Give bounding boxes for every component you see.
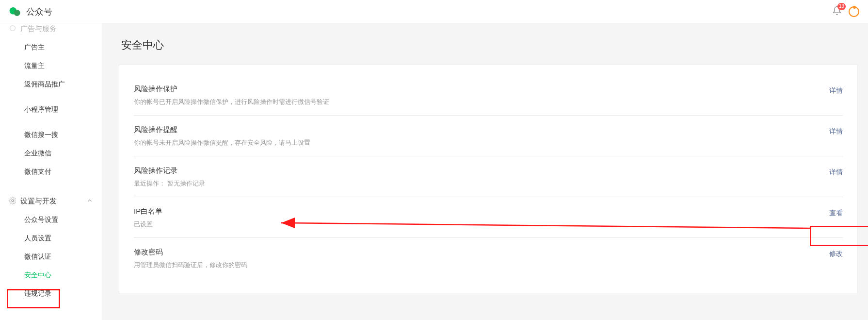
wechat-logo-icon: [9, 5, 21, 18]
row-title: 风险操作记录: [134, 166, 205, 175]
notification-badge: 19: [837, 3, 846, 10]
detail-link[interactable]: 详情: [829, 166, 843, 177]
sidebar-item-wecom[interactable]: 企业微信: [0, 144, 102, 163]
notification-bell-icon[interactable]: 19: [832, 6, 842, 17]
app-header: 公众号 19: [0, 0, 868, 23]
main-content: 安全中心 风险操作保护 你的帐号已开启风险操作微信保护，进行风险操作时需进行微信…: [102, 23, 868, 320]
svg-point-3: [12, 200, 14, 202]
sidebar-item-account-settings[interactable]: 公众号设置: [0, 211, 102, 229]
row-title: 风险操作提醒: [134, 125, 310, 135]
view-link[interactable]: 查看: [829, 207, 843, 218]
header-left: 公众号: [9, 5, 52, 18]
row-risk-protection: 风险操作保护 你的帐号已开启风险操作微信保护，进行风险操作时需进行微信号验证 详…: [134, 75, 843, 116]
row-risk-reminder: 风险操作提醒 你的帐号未开启风险操作微信提醒，存在安全风险，请马上设置 详情: [134, 116, 843, 156]
svg-point-2: [10, 26, 16, 31]
chevron-up-icon: [86, 197, 93, 205]
modify-link[interactable]: 修改: [829, 248, 843, 258]
sidebar-section-ads: 广告与服务: [20, 24, 57, 34]
brand-name: 公众号: [26, 6, 52, 17]
sidebar-item-staff-settings[interactable]: 人员设置: [0, 229, 102, 248]
row-title: 风险操作保护: [134, 84, 329, 94]
row-desc: 最近操作： 暂无操作记录: [134, 179, 205, 188]
sidebar-section-settings-label: 设置与开发: [20, 197, 57, 206]
header-right: 19: [832, 6, 859, 17]
row-title: 修改密码: [134, 248, 247, 257]
row-change-password: 修改密码 用管理员微信扫码验证后，修改你的密码 修改: [134, 238, 843, 278]
sidebar-item-advertiser[interactable]: 广告主: [0, 38, 102, 57]
sidebar-item-search[interactable]: 微信搜一搜: [0, 126, 102, 144]
sidebar-item-verify[interactable]: 微信认证: [0, 248, 102, 266]
sidebar-item-wxpay[interactable]: 微信支付: [0, 163, 102, 181]
sidebar-item-commission[interactable]: 返佣商品推广: [0, 75, 102, 94]
sidebar-item-miniprogram[interactable]: 小程序管理: [0, 101, 102, 119]
svg-point-1: [14, 9, 20, 16]
detail-link[interactable]: 详情: [829, 84, 843, 95]
row-desc: 你的帐号已开启风险操作微信保护，进行风险操作时需进行微信号验证: [134, 98, 329, 106]
security-card: 风险操作保护 你的帐号已开启风险操作微信保护，进行风险操作时需进行微信号验证 详…: [119, 65, 857, 293]
row-desc: 你的帐号未开启风险操作微信提醒，存在安全风险，请马上设置: [134, 138, 310, 147]
sidebar-item-violation[interactable]: 违规记录: [0, 285, 102, 303]
avatar-icon[interactable]: [849, 6, 859, 17]
row-desc: 已设置: [134, 220, 162, 229]
sidebar-item-security[interactable]: 安全中心: [0, 266, 102, 285]
row-ip-whitelist: IP白名单 已设置 查看: [134, 197, 843, 238]
row-risk-record: 风险操作记录 最近操作： 暂无操作记录 详情: [134, 156, 843, 197]
sidebar-section-settings[interactable]: 设置与开发: [0, 192, 102, 211]
sidebar: 广告与服务 广告主 流量主 返佣商品推广 小程序管理 微信搜一搜 企业微信 微信…: [0, 23, 102, 320]
row-desc: 用管理员微信扫码验证后，修改你的密码: [134, 261, 247, 269]
sidebar-item-traffic[interactable]: 流量主: [0, 57, 102, 75]
service-icon: [9, 24, 16, 34]
detail-link[interactable]: 详情: [829, 125, 843, 136]
page-title: 安全中心: [121, 38, 868, 52]
gear-icon: [9, 197, 16, 206]
row-title: IP白名单: [134, 207, 162, 216]
